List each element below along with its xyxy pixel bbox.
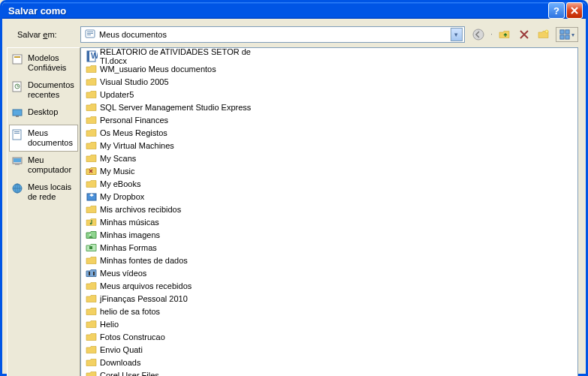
places-item-mydocs[interactable]: Meus documentos (9, 125, 78, 152)
file-name: Meus vídeos (100, 269, 146, 278)
file-item[interactable]: Minhas músicas (83, 215, 278, 228)
save-in-label-text: Salvar em: (17, 30, 57, 39)
file-name: Downloads (100, 358, 140, 367)
file-item[interactable]: Corel User Files (83, 368, 278, 376)
file-item[interactable]: Minhas imagens (83, 228, 278, 241)
file-name: My Music (100, 167, 134, 176)
file-item[interactable]: Os Meus Registos (83, 126, 278, 139)
places-item-mycomputer[interactable]: Meu computador (9, 152, 78, 179)
close-button[interactable] (566, 2, 583, 19)
svg-rect-30 (89, 246, 92, 249)
svg-rect-14 (13, 110, 22, 116)
folder-icon (86, 127, 98, 139)
delete-button[interactable] (517, 27, 532, 42)
folder-icon (86, 152, 98, 164)
folder-icon (86, 280, 98, 292)
titlebar-buttons: ? (548, 2, 583, 19)
places-item-recent[interactable]: Documentos recentes (9, 77, 78, 104)
file-name: helio de sa fotos (100, 307, 160, 316)
file-item[interactable]: My Music (83, 164, 278, 177)
svg-rect-9 (565, 35, 569, 39)
desktop-icon (11, 107, 25, 121)
file-item[interactable]: Fotos Construcao (83, 330, 278, 343)
places-item-network[interactable]: Meus locais de rede (9, 179, 78, 206)
file-name: Envio Quati (100, 345, 143, 354)
file-item[interactable]: My Scans (83, 152, 278, 164)
file-item[interactable]: Mis archivos recibidos (83, 203, 278, 215)
svg-rect-17 (14, 131, 20, 132)
folder-icon (86, 293, 98, 305)
file-item[interactable]: My eBooks (83, 177, 278, 190)
file-area: WRELATORIO de ATIVIDADES SETOR de TI.doc… (80, 47, 578, 376)
file-name: WM_usuario Meus documentos (100, 65, 216, 74)
file-name: My eBooks (100, 179, 140, 188)
new-folder-button[interactable] (536, 27, 551, 42)
file-item[interactable]: Meus vídeos (83, 266, 278, 279)
folder-icon (86, 331, 98, 343)
file-list[interactable]: WRELATORIO de ATIVIDADES SETOR de TI.doc… (81, 48, 577, 376)
file-name: Minhas imagens (100, 230, 160, 239)
places-item-desktop[interactable]: Desktop (9, 104, 78, 125)
file-name: Updater5 (100, 90, 134, 99)
file-name: My Scans (100, 154, 136, 163)
place-label: Modelos Confiáveis (28, 53, 76, 73)
file-item[interactable]: Minhas fontes de dados (83, 254, 278, 266)
toolbar: · ▾ (471, 27, 578, 42)
file-item[interactable]: WM_usuario Meus documentos (83, 62, 278, 75)
places-item-templates[interactable]: Modelos Confiáveis (9, 50, 78, 77)
chevron-down-icon: ▾ (571, 32, 574, 38)
file-item[interactable]: My Dropbox (83, 190, 278, 203)
svg-rect-7 (565, 30, 569, 34)
file-item[interactable]: SQL Server Management Studio Express (83, 101, 278, 113)
file-item[interactable]: Envio Quati (83, 343, 278, 356)
file-item[interactable]: Minhas Formas (83, 241, 278, 254)
middle-area: Modelos ConfiáveisDocumentos recentesDes… (7, 47, 578, 376)
pictures-icon (86, 229, 98, 241)
file-name: Corel User Files (100, 371, 159, 377)
file-name: Personal Finances (100, 116, 168, 125)
file-item[interactable]: My Virtual Machines (83, 139, 278, 152)
up-folder-icon (499, 29, 511, 41)
place-label: Desktop (28, 107, 58, 117)
music-icon (86, 216, 98, 228)
up-one-level-button[interactable] (497, 27, 512, 42)
views-icon (559, 29, 570, 40)
file-name: My Virtual Machines (100, 141, 174, 150)
dialog-content: Salvar em: Meus documentos ▾ · ▾ (2, 19, 586, 376)
save-in-combo[interactable]: Meus documentos ▾ (80, 26, 465, 43)
videos-icon (86, 267, 98, 279)
help-button[interactable]: ? (548, 2, 565, 19)
file-item[interactable]: helio de sa fotos (83, 305, 278, 317)
file-item[interactable]: Updater5 (83, 88, 278, 101)
folder-icon (86, 356, 98, 368)
svg-rect-25 (87, 51, 89, 62)
file-item[interactable]: Visual Studio 2005 (83, 75, 278, 88)
svg-rect-11 (14, 56, 20, 58)
file-name: Minhas Formas (100, 243, 157, 252)
titlebar[interactable]: Salvar como ? (2, 2, 586, 19)
svg-rect-32 (93, 272, 95, 275)
save-in-dropdown-arrow[interactable]: ▾ (451, 28, 463, 41)
svg-rect-20 (14, 158, 21, 162)
file-item[interactable]: Helio (83, 317, 278, 330)
recent-icon (11, 80, 25, 94)
svg-rect-15 (16, 116, 19, 117)
back-icon (472, 29, 484, 41)
file-item[interactable]: jFinanças Pessoal 2010 (83, 292, 278, 305)
svg-rect-1 (87, 32, 93, 32)
file-item[interactable]: Downloads (83, 356, 278, 368)
svg-point-29 (89, 234, 91, 236)
file-name: Minhas fontes de dados (100, 256, 188, 265)
back-button[interactable] (471, 27, 486, 42)
svg-rect-2 (87, 33, 93, 34)
save-in-label: Salvar em: (7, 30, 80, 39)
new-folder-icon (538, 29, 550, 41)
views-button[interactable]: ▾ (556, 27, 578, 42)
file-item[interactable]: Personal Finances (83, 113, 278, 126)
place-label: Meus locais de rede (28, 182, 76, 202)
svg-point-5 (545, 30, 548, 33)
place-label: Meus documentos (28, 128, 76, 148)
file-item[interactable]: WRELATORIO de ATIVIDADES SETOR de TI.doc… (83, 50, 278, 62)
file-item[interactable]: Meus arquivos recebidos (83, 279, 278, 292)
close-icon (570, 6, 579, 15)
